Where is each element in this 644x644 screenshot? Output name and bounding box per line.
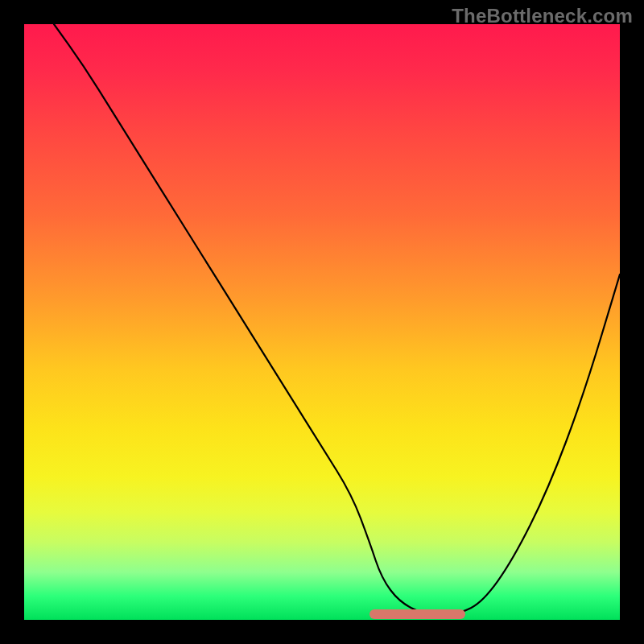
plot-area (24, 24, 620, 620)
chart-frame: TheBottleneck.com (0, 0, 644, 644)
bottleneck-curve (24, 24, 620, 620)
watermark-text: TheBottleneck.com (452, 5, 633, 27)
highlight-segment (369, 609, 464, 619)
curve-path (54, 24, 620, 614)
